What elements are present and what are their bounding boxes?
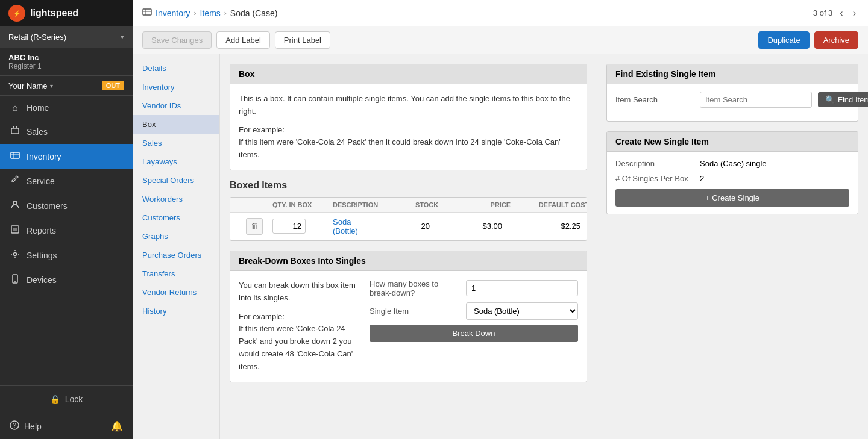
breakdown-single-item-row: Single Item Soda (Bottle) xyxy=(370,302,578,320)
find-item-body: Item Search 🔍 Find Item xyxy=(607,84,858,121)
pagination-next-button[interactable]: › xyxy=(851,7,858,20)
pagination-prev-button[interactable]: ‹ xyxy=(837,7,845,20)
svg-text:?: ? xyxy=(13,422,16,429)
sidebar-item-reports[interactable]: Reports xyxy=(0,218,133,243)
breakdown-single-item-select[interactable]: Soda (Bottle) xyxy=(466,302,578,320)
sidebar-item-devices[interactable]: Devices xyxy=(0,267,133,292)
description-label: Description xyxy=(615,159,694,168)
item-link[interactable]: Soda (Bottle) xyxy=(333,217,358,235)
left-nav-vendor-returns[interactable]: Vendor Returns xyxy=(133,283,219,302)
print-label-button[interactable]: Print Label xyxy=(275,31,330,49)
svg-rect-7 xyxy=(11,226,19,233)
col-price: PRICE xyxy=(438,201,511,208)
breakdown-body: You can break down this box item into it… xyxy=(230,271,587,382)
duplicate-button[interactable]: Duplicate xyxy=(758,31,809,49)
left-nav-sales[interactable]: Sales xyxy=(133,134,219,152)
help-button[interactable]: ? Help xyxy=(10,420,42,432)
pagination-text: 3 of 3 xyxy=(813,8,833,17)
boxed-items-section: Boxed Items QTY. IN BOX DESCRIPTION STOC… xyxy=(230,180,587,241)
notification-bell-icon[interactable]: 🔔 xyxy=(111,420,123,432)
col-delete xyxy=(236,201,272,208)
desc-cell: Soda (Bottle) xyxy=(333,217,370,235)
left-nav-transfers[interactable]: Transfers xyxy=(133,264,219,283)
svg-point-10 xyxy=(14,253,17,256)
box-info-desc: This is a box. It can contain multiple s… xyxy=(239,93,578,118)
sidebar-logo[interactable]: ⚡ lightspeed xyxy=(0,0,133,26)
center-column: Box This is a box. It can contain multip… xyxy=(220,54,597,439)
left-nav-details[interactable]: Details xyxy=(133,59,219,78)
breakdown-how-many-input[interactable] xyxy=(466,280,578,296)
col-qty-in-box: QTY. IN BOX xyxy=(272,201,333,208)
left-nav-box[interactable]: Box xyxy=(133,115,219,134)
company-name: ABC Inc xyxy=(8,53,124,62)
breakdown-desc: You can break down this box item into it… xyxy=(239,279,357,373)
description-row: Description Soda (Case) single xyxy=(615,159,849,168)
breadcrumb-inventory-link[interactable]: Inventory xyxy=(156,8,190,18)
save-changes-button[interactable]: Save Changes xyxy=(142,31,212,49)
sidebar-item-service[interactable]: Service xyxy=(0,169,133,193)
qty-input[interactable] xyxy=(272,219,306,234)
left-nav-inventory[interactable]: Inventory xyxy=(133,78,219,96)
boxed-items-title: Boxed Items xyxy=(230,180,587,191)
box-info-example-label: For example: xyxy=(239,124,578,137)
singles-per-box-label: # Of Singles Per Box xyxy=(615,174,694,183)
table-header-row: QTY. IN BOX DESCRIPTION STOCK PRICE DEFA… xyxy=(230,198,587,213)
left-nav-special-orders[interactable]: Special Orders xyxy=(133,171,219,190)
breakdown-header: Break-Down Boxes Into Singles xyxy=(230,251,587,271)
item-search-input[interactable] xyxy=(700,92,812,108)
left-nav-graphs[interactable]: Graphs xyxy=(133,227,219,246)
left-nav-customers[interactable]: Customers xyxy=(133,208,219,227)
left-nav-vendor-ids[interactable]: Vendor IDs xyxy=(133,96,219,115)
pagination: 3 of 3 ‹ › xyxy=(813,7,858,20)
delete-row-button[interactable]: 🗑 xyxy=(246,218,263,235)
sidebar-bottom: 🔒 Lock ? Help 🔔 xyxy=(0,385,133,439)
store-info: ABC Inc Register 1 xyxy=(0,48,133,76)
left-nav: Details Inventory Vendor IDs Box Sales L… xyxy=(133,54,220,439)
left-nav-workorders[interactable]: Workorders xyxy=(133,190,219,208)
breakdown-how-many-label: How many boxes to break-down? xyxy=(370,279,460,297)
archive-button[interactable]: Archive xyxy=(814,31,858,49)
sidebar-item-inventory[interactable]: Inventory xyxy=(0,144,133,169)
left-nav-history[interactable]: History xyxy=(133,302,219,320)
col-default-cost: DEFAULT COST xyxy=(511,201,587,208)
nav-items: ⌂ Home Sales Inventory Service Custome xyxy=(0,96,133,385)
boxed-items-table: QTY. IN BOX DESCRIPTION STOCK PRICE DEFA… xyxy=(230,197,587,241)
user-name[interactable]: Your Name ▾ xyxy=(8,81,53,90)
box-info-header: Box xyxy=(230,64,587,84)
sidebar-item-settings[interactable]: Settings xyxy=(0,243,133,267)
customers-icon xyxy=(10,200,20,211)
qty-cell xyxy=(272,219,333,234)
breadcrumb: Inventory › Items › Soda (Case) xyxy=(142,7,277,19)
add-label-button[interactable]: Add Label xyxy=(216,31,270,49)
left-nav-layaways[interactable]: Layaways xyxy=(133,152,219,171)
col-description: DESCRIPTION xyxy=(333,201,378,208)
breadcrumb-items-link[interactable]: Items xyxy=(200,8,221,18)
user-status-badge: OUT xyxy=(102,81,124,90)
breakdown-form: How many boxes to break-down? Single Ite… xyxy=(370,279,578,373)
svg-point-12 xyxy=(14,281,16,282)
sidebar-item-home[interactable]: ⌂ Home xyxy=(0,96,133,119)
break-down-button[interactable]: Break Down xyxy=(370,325,578,342)
sidebar-item-sales[interactable]: Sales xyxy=(0,119,133,144)
create-single-button[interactable]: + Create Single xyxy=(615,189,849,207)
delete-btn-cell: 🗑 xyxy=(236,218,272,235)
devices-icon xyxy=(10,274,20,285)
store-selector[interactable]: Retail (R-Series) ▾ xyxy=(0,26,133,48)
content-area: Details Inventory Vendor IDs Box Sales L… xyxy=(133,54,868,439)
breakdown-section: Break-Down Boxes Into Singles You can br… xyxy=(230,251,587,382)
sales-icon xyxy=(10,126,20,137)
price-cell: $3.00 xyxy=(430,222,502,231)
lock-icon: 🔒 xyxy=(50,394,60,404)
breadcrumb-current: Soda (Case) xyxy=(230,8,278,18)
topbar: Inventory › Items › Soda (Case) 3 of 3 ‹… xyxy=(133,0,868,26)
svg-rect-3 xyxy=(11,152,19,158)
lock-button[interactable]: 🔒 Lock xyxy=(0,386,133,413)
settings-icon xyxy=(10,249,20,261)
reports-icon xyxy=(10,225,20,236)
left-nav-purchase-orders[interactable]: Purchase Orders xyxy=(133,246,219,264)
find-item-button[interactable]: 🔍 Find Item xyxy=(818,92,868,107)
create-item-body: Description Soda (Case) single # Of Sing… xyxy=(607,152,858,214)
sidebar-item-customers[interactable]: Customers xyxy=(0,193,133,218)
right-panel: Find Existing Single Item Item Search 🔍 … xyxy=(597,54,868,439)
create-item-header: Create New Single Item xyxy=(607,132,858,152)
